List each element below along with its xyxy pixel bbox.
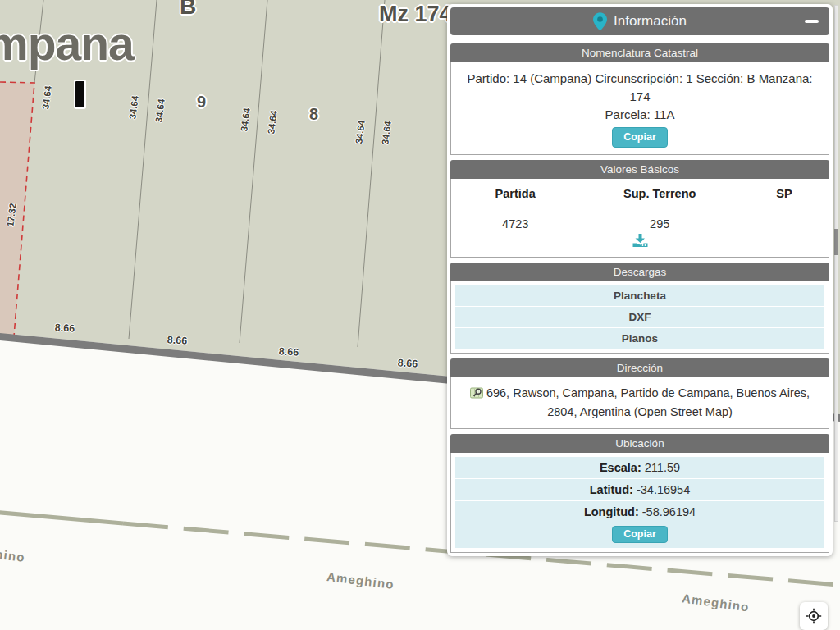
scale-value: 211.59 (645, 461, 680, 474)
copy-button[interactable]: Copiar (612, 127, 668, 148)
crosshair-icon (806, 608, 822, 624)
panel-title: Información (614, 13, 687, 30)
column-header: Sup. Terreno (571, 180, 748, 208)
section-descargas: Descargas Plancheta DXF Planos (450, 262, 829, 354)
locate-button[interactable] (800, 602, 828, 630)
section-ubicacion: Ubicación Escala: 211.59 Latitud: -34.16… (450, 434, 829, 553)
section-label: B (180, 0, 196, 20)
table-row: 4723 295 (459, 208, 820, 233)
latitude-value: -34.16954 (637, 483, 690, 496)
section-nomenclatura: Nomenclatura Catastral Partido: 14 (Camp… (450, 43, 829, 155)
section-valores: Valores Básicos Partida Sup. Terreno SP … (450, 160, 829, 258)
section-title: Descargas (450, 262, 829, 281)
copy-button[interactable]: Copiar (612, 526, 668, 543)
longitude-value: -58.96194 (642, 505, 696, 518)
dimension-label: 8.66 (47, 321, 84, 335)
scale-label: Escala: (600, 461, 641, 474)
longitude-row: Longitud: -58.96194 (455, 501, 824, 523)
section-title: Dirección (450, 358, 829, 377)
panel-scrollbar-track[interactable] (834, 5, 838, 522)
column-header: Partida (459, 180, 571, 208)
sp-value (748, 208, 820, 233)
map-search-icon (470, 386, 483, 399)
parcel-number: 9 (197, 93, 206, 112)
section-title: Ubicación (450, 434, 829, 453)
panel-scrollbar-thumb[interactable] (834, 229, 838, 255)
partida-value: 4723 (459, 208, 571, 233)
city-label: mpana (0, 16, 134, 71)
latitude-label: Latitud: (590, 483, 633, 496)
section-title: Valores Básicos (450, 160, 829, 179)
valores-table: Partida Sup. Terreno SP 4723 295 (459, 180, 820, 232)
parcel-number: 8 (309, 105, 318, 124)
address-text: 696, Rawson, Campana, Partido de Campana… (486, 386, 810, 418)
download-link-plancheta[interactable]: Plancheta (455, 285, 824, 306)
download-link-planos[interactable]: Planos (455, 328, 824, 349)
selected-parcel-marker (75, 81, 84, 107)
section-direccion: Dirección 696, Rawson, Campana, Partido … (450, 358, 829, 429)
latitude-row: Latitud: -34.16954 (455, 479, 824, 500)
minimize-icon[interactable] (805, 20, 819, 23)
info-panel: Información Nomenclatura Catastral Parti… (447, 4, 833, 556)
dimension-label: 8.66 (271, 345, 308, 358)
sup-terreno-value: 295 (571, 208, 748, 233)
dimension-label: 8.66 (390, 356, 427, 370)
dimension-label: 8.66 (159, 333, 196, 347)
pin-icon (593, 12, 607, 31)
section-title: Nomenclatura Catastral (450, 43, 829, 62)
info-panel-header: Información (450, 7, 829, 35)
download-icon[interactable] (632, 234, 649, 248)
longitude-label: Longitud: (584, 505, 639, 518)
nomenclatura-line1: Partido: 14 (Campana) Circunscripción: 1… (458, 70, 822, 106)
column-header: SP (748, 180, 820, 208)
manzana-label: Mz 174 (379, 2, 452, 27)
nomenclatura-line2: Parcela: 11A (458, 106, 822, 124)
scale-row: Escala: 211.59 (455, 457, 824, 478)
download-link-dxf[interactable]: DXF (455, 307, 824, 327)
